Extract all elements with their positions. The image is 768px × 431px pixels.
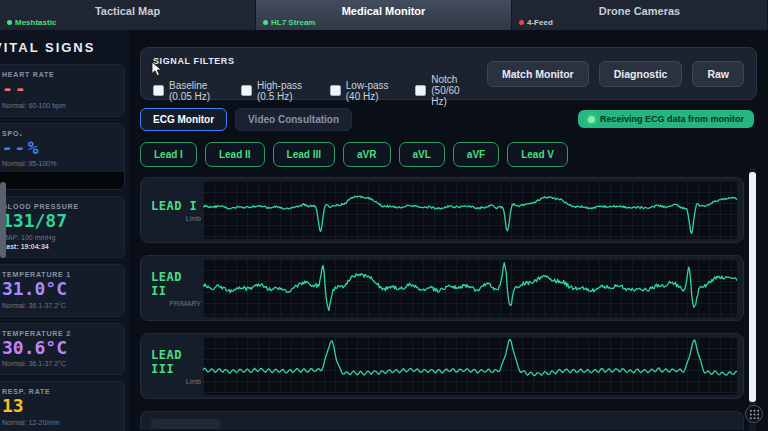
avr-button[interactable]: aVR	[343, 142, 390, 167]
status-dot-icon	[7, 20, 12, 25]
spo2-waveform-strip	[0, 172, 124, 189]
vital-label: TEMPERATURE 2	[2, 330, 116, 337]
partial-chart-label-block	[151, 419, 221, 429]
ecg-chart-lead-iii: LEAD III Limb	[140, 333, 744, 399]
diagnostic-button[interactable]: Diagnostic	[599, 61, 683, 87]
tab-drone-cameras[interactable]: Drone Cameras 4-Feed	[512, 0, 768, 30]
filter-item-notch: Notch (50/60 Hz)	[415, 74, 475, 107]
vital-card-blood-pressure: BLOOD PRESSURE 131/87 MAP: 100 mmHg Last…	[0, 196, 125, 258]
status-dot-icon	[263, 20, 268, 25]
avl-button[interactable]: aVL	[399, 142, 445, 167]
filter-label: High-pass (0.5 Hz)	[257, 80, 306, 102]
signal-filters-title: SIGNAL FILTERS	[153, 56, 475, 66]
main-scrollbar-thumb[interactable]	[749, 172, 756, 402]
match-monitor-button[interactable]: Match Monitor	[487, 61, 589, 87]
vital-normal-range: Normal: 12-20/min	[2, 419, 116, 426]
vital-value: 30.6°C	[2, 338, 116, 359]
lead-label: LEAD I	[151, 199, 203, 213]
tab-video-consultation[interactable]: Video Consultation	[235, 108, 352, 131]
tab-status: Meshtastic	[7, 18, 56, 27]
sidebar-inner: VITAL SIGNS HEART RATE -- Normal: 60-100…	[0, 30, 132, 431]
filter-label: Baseline (0.05 Hz)	[169, 80, 217, 102]
view-tabs-row: ECG Monitor Video Consultation Receiving…	[140, 108, 754, 130]
resize-grip-icon[interactable]	[745, 405, 763, 423]
vital-card-temperature-1: TEMPERATURE 1 31.0°C Normal: 36.1-37.2°C	[0, 264, 125, 317]
low-pass-checkbox[interactable]	[330, 85, 341, 96]
signal-filters-row: Baseline (0.05 Hz) High-pass (0.5 Hz) Lo…	[153, 74, 475, 107]
status-dot-icon	[519, 20, 524, 25]
vital-card-spo2: SPO₂ --% Normal: 95-100%	[0, 123, 125, 191]
lead-iii-waveform-chart	[203, 337, 737, 395]
vital-value: 31.0°C	[2, 279, 116, 300]
notch-checkbox[interactable]	[415, 85, 426, 96]
lead-iii-button[interactable]: Lead III	[273, 142, 335, 167]
lead-i-waveform-chart	[203, 181, 737, 239]
vital-normal-range: Normal: 36.1-37.2°C	[2, 360, 116, 367]
tab-status: HL7 Stream	[263, 18, 315, 27]
lead-label: LEAD II	[151, 270, 203, 298]
vital-card-resp-rate: RESP. RATE 13 Normal: 12-20/min	[0, 381, 125, 431]
vital-last-reading-time: Last: 19:04:34	[2, 243, 116, 250]
ecg-chart-lead-i: LEAD I Limb	[140, 177, 744, 243]
dot-grid-icon	[749, 409, 760, 420]
vital-label: HEART RATE	[2, 71, 116, 78]
ecg-chart-card-partial	[140, 411, 744, 430]
lead-ii-waveform-chart	[203, 259, 737, 317]
lead-ii-button[interactable]: Lead II	[205, 142, 265, 167]
lead-selector-row: Lead I Lead II Lead III aVR aVL aVF Lead…	[140, 142, 760, 167]
main-panel: SIGNAL FILTERS Baseline (0.05 Hz) High-p…	[132, 30, 768, 431]
receiving-badge-label: Receiving ECG data from monitor	[600, 114, 744, 124]
high-pass-checkbox[interactable]	[241, 85, 252, 96]
sidebar-title: VITAL SIGNS	[0, 40, 125, 55]
lead-label: LEAD III	[151, 348, 203, 376]
content-area: VITAL SIGNS HEART RATE -- Normal: 60-100…	[0, 30, 768, 431]
tab-label: Tactical Map	[0, 5, 255, 17]
lead-i-button[interactable]: Lead I	[140, 142, 197, 167]
vital-label: SPO₂	[2, 130, 116, 137]
vital-signs-sidebar: VITAL SIGNS HEART RATE -- Normal: 60-100…	[0, 30, 132, 431]
chart-label-col: LEAD II PRIMARY	[147, 260, 203, 316]
mouse-cursor	[151, 61, 163, 82]
vital-card-heart-rate: HEART RATE -- Normal: 60-100 bpm	[0, 64, 125, 117]
lead-sublabel: Limb	[151, 378, 203, 385]
vital-normal-range: Normal: 36.1-37.2°C	[2, 302, 116, 309]
vital-label: RESP. RATE	[2, 388, 116, 395]
ecg-chart-lead-ii: LEAD II PRIMARY	[140, 255, 744, 321]
avf-button[interactable]: aVF	[453, 142, 499, 167]
status-label: Meshtastic	[15, 18, 56, 27]
chart-label-col: LEAD I Limb	[147, 182, 203, 238]
filter-item-low-pass: Low-pass (40 Hz)	[330, 80, 391, 102]
filter-label: Low-pass (40 Hz)	[346, 80, 391, 102]
tab-label: Drone Cameras	[512, 5, 767, 17]
vital-value: --	[2, 79, 116, 100]
filter-item-high-pass: High-pass (0.5 Hz)	[241, 80, 306, 102]
ecg-charts-list: LEAD I Limb LEAD II PRIMARY	[140, 177, 744, 430]
medical-monitor-app: Tactical Map Meshtastic Medical Monitor …	[0, 0, 768, 431]
vital-value: 13	[2, 396, 116, 417]
lead-sublabel: PRIMARY	[151, 300, 203, 307]
status-label: HL7 Stream	[271, 18, 315, 27]
vital-value: 131/87	[2, 211, 116, 232]
raw-button[interactable]: Raw	[692, 61, 744, 87]
filter-item-baseline: Baseline (0.05 Hz)	[153, 80, 217, 102]
tab-label: Medical Monitor	[256, 5, 511, 17]
tab-ecg-monitor[interactable]: ECG Monitor	[140, 108, 227, 131]
sidebar-scrollbar-thumb[interactable]	[0, 182, 6, 258]
baseline-checkbox[interactable]	[153, 85, 164, 96]
signal-filters-panel: SIGNAL FILTERS Baseline (0.05 Hz) High-p…	[140, 47, 757, 100]
tab-tactical-map[interactable]: Tactical Map Meshtastic	[0, 0, 256, 30]
signal-filters-left: SIGNAL FILTERS Baseline (0.05 Hz) High-p…	[141, 48, 487, 99]
lead-v-button[interactable]: Lead V	[507, 142, 568, 167]
vital-normal-range: Normal: 60-100 bpm	[2, 102, 116, 109]
tab-medical-monitor[interactable]: Medical Monitor HL7 Stream	[256, 0, 512, 30]
receiving-dot-icon	[588, 116, 595, 123]
chart-label-col: LEAD III Limb	[147, 338, 203, 394]
vital-normal-range: Normal: 95-100%	[2, 160, 116, 167]
filter-mode-buttons: Match Monitor Diagnostic Raw	[487, 48, 756, 99]
vital-value: --%	[2, 138, 116, 159]
vital-card-temperature-2: TEMPERATURE 2 30.6°C Normal: 36.1-37.2°C	[0, 323, 125, 376]
vital-map-value: MAP: 100 mmHg	[2, 234, 116, 241]
vital-label: TEMPERATURE 1	[2, 271, 116, 278]
vital-label: BLOOD PRESSURE	[2, 203, 116, 210]
filter-label: Notch (50/60 Hz)	[431, 74, 475, 107]
